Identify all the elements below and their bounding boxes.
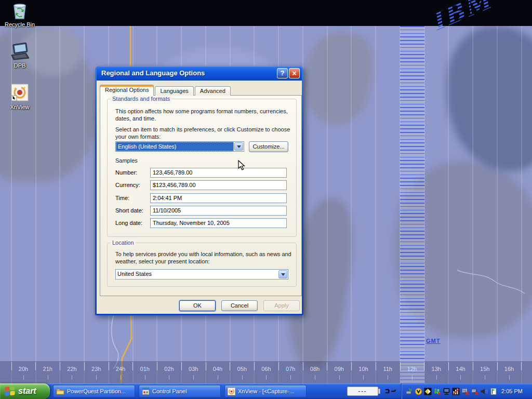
agent-icon[interactable]	[415, 388, 422, 395]
desktop-icon-dpb[interactable]: DPB	[0, 43, 39, 69]
messenger-offline-icon[interactable]	[433, 388, 441, 395]
display-driver-error-icon[interactable]	[452, 388, 460, 395]
taskbar-task-powerquest[interactable]: PowerQuest Partition...	[53, 385, 135, 397]
hour-label: 01h	[132, 366, 157, 372]
control-panel-icon	[142, 388, 150, 395]
hour-center-tick	[266, 375, 267, 380]
taskbar-task-control-panel[interactable]: Control Panel	[139, 385, 221, 397]
hour-label: 09h	[327, 366, 351, 372]
close-button[interactable]: ×	[289, 68, 300, 78]
hour-center-tick	[290, 375, 291, 380]
taskbar: start PowerQuest Partition... Control Pa…	[0, 383, 532, 399]
hour-boundary-tick	[278, 362, 279, 370]
hour-boundary-tick	[424, 362, 424, 370]
sample-row-label: Number:	[115, 169, 137, 176]
samples-label: Samples	[115, 157, 138, 164]
hour-label: 16h	[497, 366, 522, 372]
xnview-small-icon	[228, 388, 235, 395]
language-combobox-value: English (United States)	[116, 142, 234, 151]
hour-label: 11h	[376, 366, 400, 372]
hour-center-tick	[363, 375, 364, 380]
hour-label: 10h	[351, 366, 376, 372]
tab-regional-options[interactable]: Regional Options	[100, 85, 154, 96]
hour-boundary-tick	[521, 362, 522, 370]
desktop-icon-xnview[interactable]: XnView	[0, 83, 39, 110]
hour-boundary-tick	[400, 362, 401, 370]
remove-hardware-icon[interactable]	[405, 388, 413, 395]
desktop: GMT 20h21h22h23h24h01h02h03h04h05h06h07h…	[0, 0, 532, 399]
start-button-label: start	[18, 387, 36, 396]
dialog-title: Regional and Language Options	[101, 69, 205, 77]
tab-advanced[interactable]: Advanced	[195, 86, 231, 96]
hour-center-tick	[339, 375, 340, 380]
network-computer-icon[interactable]	[443, 388, 450, 395]
regional-language-options-dialog: Regional and Language Options ? × Region…	[95, 66, 303, 315]
display-error-icon[interactable]	[471, 388, 478, 395]
customize-button[interactable]: Customize...	[249, 141, 288, 152]
location-combobox-dropdown-button[interactable]	[278, 270, 287, 278]
hour-center-tick	[242, 375, 243, 380]
cancel-button[interactable]: Cancel	[221, 300, 258, 311]
hour-boundary-tick	[109, 362, 109, 370]
location-description: To help services provide you with local …	[115, 250, 292, 265]
hour-center-tick	[193, 375, 194, 380]
hour-label: 06h	[254, 366, 278, 372]
hour-label: 03h	[181, 366, 206, 372]
ok-button[interactable]: OK	[179, 300, 216, 311]
mouse-cursor	[238, 160, 247, 170]
long-date-sample-field[interactable]: Thursday, November 10, 2005	[150, 218, 287, 228]
start-button[interactable]: start	[0, 383, 50, 399]
partition-monitor-icon[interactable]	[424, 388, 432, 395]
desktop-icon-label: DPB	[0, 62, 39, 69]
standards-instruction: Select an item to match its preferences,…	[115, 126, 292, 140]
hour-boundary-tick	[351, 362, 352, 370]
number-sample-field[interactable]: 123,456,789.00	[150, 168, 287, 178]
boot-monitor-icon[interactable]	[489, 388, 497, 395]
dialog-title-bar[interactable]: Regional and Language Options ? ×	[97, 66, 302, 81]
sample-row-label: Time:	[115, 195, 129, 201]
task-button-label: Control Panel	[152, 388, 187, 394]
hour-boundary-tick	[132, 362, 133, 370]
hour-boundary-tick	[448, 362, 449, 370]
hour-boundary-tick	[181, 362, 182, 370]
laptop-icon	[9, 43, 30, 61]
desktop-icon-recycle-bin[interactable]: Recycle Bin	[0, 3, 39, 28]
hour-label: 12h	[400, 366, 424, 372]
windows-flag-icon	[4, 385, 16, 397]
language-combobox[interactable]: English (United States)	[115, 141, 244, 152]
apply-button[interactable]: Apply	[263, 300, 300, 311]
battery-meter: ---	[347, 387, 378, 396]
hour-center-tick	[145, 375, 145, 380]
dialog-body: Regional Options Languages Advanced Stan…	[97, 81, 302, 314]
hour-center-tick	[23, 375, 24, 380]
hour-label: 07h	[278, 366, 303, 372]
hour-label: 15h	[473, 366, 497, 372]
currency-sample-field[interactable]: $123,456,789.00	[150, 180, 287, 190]
short-date-sample-field[interactable]: 11/10/2005	[150, 206, 287, 216]
desktop-icon-label: XnView	[0, 104, 39, 110]
standards-and-formats-group: Standards and formats This option affect…	[107, 99, 297, 237]
hour-boundary-tick	[254, 362, 255, 370]
network-disconnected-icon[interactable]	[461, 388, 469, 395]
hour-boundary-tick	[157, 362, 157, 370]
taskbar-task-xnview[interactable]: XnView - [<Capture-...	[224, 385, 307, 397]
time-sample-field[interactable]: 2:04:41 PM	[150, 193, 287, 203]
location-group: Location To help services provide you wi…	[107, 243, 297, 287]
hour-center-tick	[72, 375, 72, 380]
hour-boundary-tick	[497, 362, 498, 370]
hour-boundary-tick	[230, 362, 230, 370]
hour-label: 04h	[206, 366, 230, 372]
language-combobox-dropdown-button[interactable]	[234, 142, 243, 151]
hour-label: 22h	[60, 366, 84, 372]
location-combobox[interactable]: United States	[115, 269, 288, 280]
hour-label: 08h	[303, 366, 327, 372]
hour-boundary-tick	[327, 362, 327, 370]
volume-icon[interactable]	[480, 388, 488, 395]
hour-label: 13h	[424, 366, 448, 372]
tab-languages[interactable]: Languages	[155, 86, 193, 96]
chevron-down-icon	[237, 145, 241, 148]
help-button[interactable]: ?	[277, 68, 288, 78]
hour-center-tick	[460, 375, 461, 380]
desktop-icon-label: Recycle Bin	[0, 21, 39, 28]
hour-boundary-tick	[11, 362, 12, 370]
